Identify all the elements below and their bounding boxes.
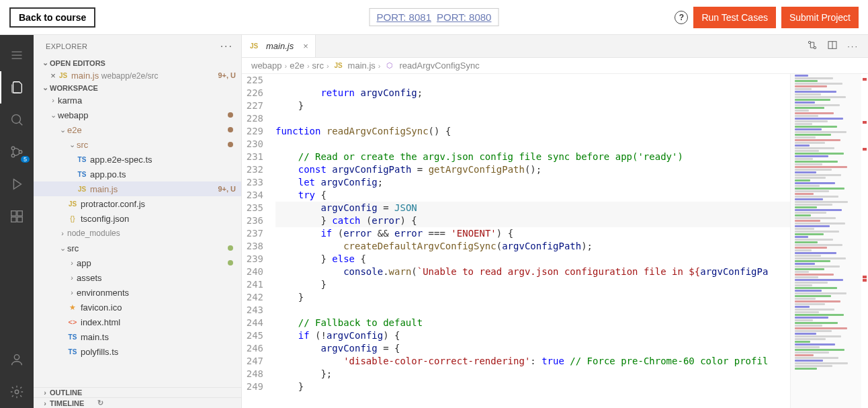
activity-bar: 5	[0, 35, 34, 408]
editor-tabs: JS main.js × ···	[242, 35, 868, 58]
svg-point-1	[11, 147, 15, 150]
extensions-icon[interactable]	[0, 200, 34, 233]
file-polyfills[interactable]: TSpolyfills.ts	[34, 344, 241, 359]
scm-badge: 5	[21, 156, 30, 163]
explorer-sidebar: EXPLORER ··· ⌄OPEN EDITORS × JS main.js …	[34, 35, 242, 408]
svg-point-0	[12, 115, 21, 124]
port-links: PORT: 8081 PORT: 8080	[370, 8, 499, 26]
file-protractor-conf[interactable]: JSprotractor.conf.js	[34, 196, 241, 211]
status-dot-icon	[228, 260, 233, 266]
modified-dot-icon	[228, 112, 233, 118]
file-app-e2e-spec[interactable]: TSapp.e2e-spec.ts	[34, 152, 241, 167]
split-editor-icon[interactable]	[827, 40, 838, 52]
folder-src[interactable]: ⌄src	[34, 241, 241, 255]
close-icon[interactable]: ×	[48, 71, 58, 81]
open-editor-item[interactable]: × JS main.js webapp/e2e/src 9+, U	[34, 68, 241, 83]
help-icon[interactable]: ?	[675, 11, 688, 24]
error-marker-icon	[863, 121, 867, 124]
refresh-icon[interactable]: ↻	[97, 399, 103, 407]
outline-header[interactable]: ›OUTLINE	[34, 387, 241, 397]
svg-rect-4	[11, 211, 16, 216]
search-icon[interactable]	[0, 104, 34, 136]
scroll-track[interactable]	[861, 74, 868, 408]
explorer-more-icon[interactable]: ···	[220, 40, 233, 52]
svg-point-2	[11, 154, 15, 157]
menu-icon[interactable]	[0, 39, 34, 71]
svg-point-8	[14, 355, 19, 360]
ide-root: 5 EXPLORER ··· ⌄OPEN EDITORS × JS	[0, 35, 868, 408]
folder-environments[interactable]: ›environments	[34, 285, 241, 300]
port-8081-link[interactable]: PORT: 8081	[377, 11, 431, 23]
folder-app[interactable]: ›app	[34, 255, 241, 270]
error-marker-icon	[863, 148, 867, 151]
run-debug-icon[interactable]	[0, 168, 34, 200]
run-test-cases-button[interactable]: Run Test Cases	[693, 7, 776, 28]
top-bar: Back to course PORT: 8081 PORT: 8080 ? R…	[0, 0, 868, 35]
file-app-po[interactable]: TSapp.po.ts	[34, 167, 241, 181]
svg-rect-6	[11, 217, 16, 222]
svg-point-11	[814, 46, 816, 48]
open-editors-header[interactable]: ⌄OPEN EDITORS	[34, 58, 241, 68]
back-to-course-button[interactable]: Back to course	[9, 7, 95, 28]
folder-e2e[interactable]: ⌄e2e	[34, 122, 241, 137]
code-content[interactable]: return argvConfig; }function readArgvCon…	[275, 74, 790, 408]
submit-project-button[interactable]: Submit Project	[781, 7, 859, 28]
folder-assets[interactable]: ›assets	[34, 270, 241, 285]
svg-point-10	[808, 41, 810, 43]
file-index-html[interactable]: <>index.html	[34, 315, 241, 329]
file-favicon[interactable]: ★favicon.ico	[34, 300, 241, 315]
settings-gear-icon[interactable]	[0, 376, 34, 408]
minimap[interactable]	[790, 74, 861, 408]
account-icon[interactable]	[0, 343, 34, 376]
folder-karma[interactable]: ›karma	[34, 93, 241, 108]
error-marker-icon	[863, 276, 867, 278]
file-main-ts[interactable]: TSmain.ts	[34, 329, 241, 344]
modified-dot-icon	[228, 142, 233, 147]
source-control-icon[interactable]: 5	[0, 136, 34, 168]
tab-main-js[interactable]: JS main.js ×	[242, 35, 316, 57]
timeline-header[interactable]: ›TIMELINE ↻	[34, 397, 241, 408]
folder-webapp[interactable]: ⌄webapp	[34, 108, 241, 122]
error-marker-icon	[863, 78, 867, 81]
file-main-js[interactable]: JSmain.js9+, U	[34, 181, 241, 196]
modified-dot-icon	[228, 127, 233, 132]
editor-area: JS main.js × ··· webapp› e2e› src› JSmai…	[242, 35, 868, 408]
file-tsconfig[interactable]: {}tsconfig.json	[34, 211, 241, 226]
svg-point-9	[15, 390, 19, 394]
svg-rect-7	[17, 217, 22, 222]
error-marker-icon	[863, 279, 867, 282]
folder-src-e2e[interactable]: ⌄src	[34, 137, 241, 152]
folder-node-modules[interactable]: ›node_modules	[34, 226, 241, 241]
explorer-icon[interactable]	[0, 71, 34, 104]
port-8080-link[interactable]: PORT: 8080	[437, 11, 491, 23]
compare-changes-icon[interactable]	[807, 40, 818, 52]
symbol-function-icon: ⬡	[384, 61, 395, 70]
close-tab-icon[interactable]: ×	[303, 41, 308, 51]
workspace-header[interactable]: ⌄WORKSPACE	[34, 83, 241, 93]
svg-rect-5	[17, 211, 22, 216]
explorer-title: EXPLORER ···	[34, 35, 241, 58]
breadcrumb[interactable]: webapp› e2e› src› JSmain.js› ⬡readArgvCo…	[242, 58, 868, 74]
editor-body[interactable]: 2252262272282292302312322332342352362372…	[242, 74, 868, 408]
editor-more-icon[interactable]: ···	[847, 41, 859, 51]
status-dot-icon	[228, 245, 233, 251]
line-gutter: 2252262272282292302312322332342352362372…	[242, 74, 275, 408]
